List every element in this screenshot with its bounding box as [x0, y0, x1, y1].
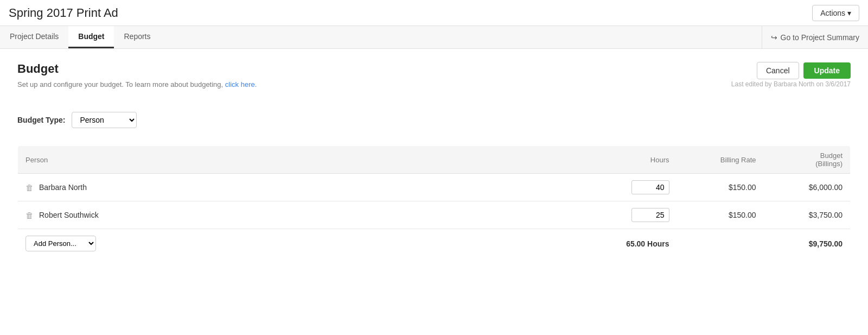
nav-bar: Project Details Budget Reports ↪ Go to P…	[0, 26, 868, 49]
col-billing-rate: Billing Rate	[677, 146, 764, 174]
header-actions: Cancel Update	[757, 62, 851, 79]
hours-cell	[612, 174, 677, 201]
budget-table: Person Hours Billing Rate Budget(Billing…	[17, 146, 851, 258]
person-name: Robert Southwick	[39, 211, 99, 219]
person-cell: 🗑 Robert Southwick	[18, 201, 612, 229]
billing-rate-cell: $150.00	[677, 201, 764, 229]
table-row: 🗑 Robert Southwick $150.00 $3,750.00	[18, 201, 851, 229]
main-content: Budget Cancel Update Set up and configur…	[0, 49, 868, 271]
col-hours: Hours	[612, 146, 677, 174]
delete-robert-icon[interactable]: 🗑	[25, 211, 34, 220]
col-person: Person	[18, 146, 612, 174]
tab-project-details[interactable]: Project Details	[0, 26, 68, 48]
tab-reports[interactable]: Reports	[114, 26, 160, 48]
budget-type-row: Budget Type: Person Task Project	[17, 112, 851, 128]
budget-type-label: Budget Type:	[17, 116, 65, 124]
total-hours: 65.00 Hours	[612, 229, 677, 258]
hours-input-barbara[interactable]	[631, 180, 669, 194]
budget-header-row: Budget Cancel Update	[17, 62, 851, 79]
go-to-project-summary-link[interactable]: ↪ Go to Project Summary	[762, 26, 869, 48]
budget-type-select[interactable]: Person Task Project	[72, 112, 137, 128]
totals-row: Add Person... 65.00 Hours $9,750.00	[18, 229, 851, 258]
cancel-button[interactable]: Cancel	[757, 62, 799, 79]
table-row: 🗑 Barbara North $150.00 $6,000.00	[18, 174, 851, 201]
budget-title: Budget	[17, 62, 59, 76]
project-title: Spring 2017 Print Ad	[9, 6, 118, 20]
total-billing-empty	[677, 229, 764, 258]
budget-title-area: Budget	[17, 62, 59, 76]
person-cell: 🗑 Barbara North	[18, 174, 612, 201]
click-here-link[interactable]: click here.	[225, 80, 257, 89]
top-header: Spring 2017 Print Ad Actions ▾	[0, 0, 868, 26]
add-person-cell: Add Person...	[18, 229, 612, 258]
tab-budget[interactable]: Budget	[68, 26, 114, 48]
budget-cell: $6,000.00	[764, 174, 851, 201]
nav-left: Project Details Budget Reports	[0, 26, 762, 48]
budget-cell: $3,750.00	[764, 201, 851, 229]
total-budget: $9,750.00	[764, 229, 851, 258]
actions-button[interactable]: Actions ▾	[812, 5, 859, 21]
hours-cell	[612, 201, 677, 229]
last-edited: Last edited by Barbara North on 3/6/2017	[731, 80, 851, 88]
add-person-select[interactable]: Add Person...	[25, 236, 96, 251]
person-name: Barbara North	[39, 183, 87, 192]
col-budget-billings: Budget(Billings)	[764, 146, 851, 174]
hours-input-robert[interactable]	[631, 208, 669, 222]
table-header-row: Person Hours Billing Rate Budget(Billing…	[18, 146, 851, 174]
billing-rate-cell: $150.00	[677, 174, 764, 201]
delete-barbara-icon[interactable]: 🗑	[25, 183, 34, 192]
update-button[interactable]: Update	[803, 62, 851, 79]
budget-description: Set up and configure your budget. To lea…	[17, 80, 257, 89]
share-icon: ↪	[771, 33, 777, 42]
